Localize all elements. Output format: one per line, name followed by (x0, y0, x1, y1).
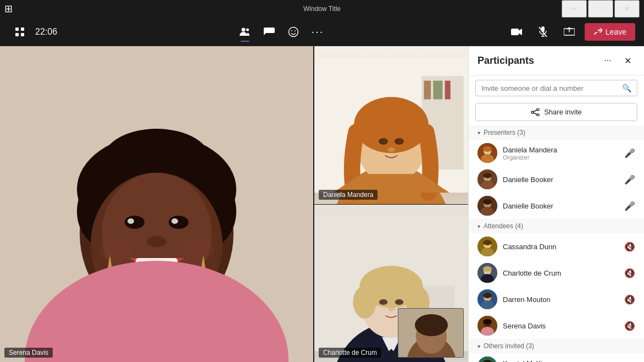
video-area: Serena Davis (0, 46, 468, 362)
share-screen-button[interactable] (558, 21, 580, 43)
mic-icon-serena: 🔇 (624, 321, 635, 331)
participant-name-danielle2: Danielle Booker (503, 202, 619, 210)
share-invite-button[interactable]: Share invite (475, 103, 637, 121)
svg-line-67 (534, 113, 537, 114)
svg-point-58 (388, 307, 395, 311)
avatar-cassandra (478, 237, 497, 256)
video-grid: Daniela Mandera (313, 46, 468, 362)
participant-item-darren[interactable]: Darren Mouton 🔇 (469, 286, 644, 312)
participant-name-serena: Serena Davis (503, 322, 619, 330)
attendees-section-header[interactable]: ▾ Attendees (4) (469, 219, 644, 233)
svg-point-25 (125, 216, 145, 229)
participant-item-cassandra[interactable]: Cassandra Dunn 🔇 (469, 233, 644, 260)
participant-name-danielle1: Danielle Booker (503, 175, 619, 184)
video-feed-small (398, 308, 464, 358)
mic-icon-danielle2: 🎤 (624, 201, 635, 211)
svg-point-62 (415, 314, 448, 336)
mute-button[interactable] (532, 21, 554, 43)
panel-close-button[interactable]: ✕ (620, 53, 635, 68)
participant-info-krystal: Krystal McKinney Accepted (503, 359, 635, 363)
more-options-button[interactable]: ··· (307, 21, 329, 43)
avatar-wrap-charlotte (478, 263, 497, 283)
call-timer: 22:06 (35, 27, 57, 37)
participant-info-cassandra: Cassandra Dunn (503, 243, 619, 251)
share-invite-label: Share invite (544, 108, 582, 116)
call-toolbar: 22:06 ··· (0, 18, 644, 46)
participant-item-krystal[interactable]: Krystal McKinney Accepted (469, 353, 644, 362)
avatar-danielle2 (478, 196, 497, 216)
svg-point-46 (395, 138, 404, 145)
panel-more-button[interactable]: ··· (600, 53, 615, 68)
others-label: Others invited (3) (484, 342, 534, 350)
svg-point-70 (483, 146, 492, 152)
participants-panel: Participants ··· ✕ 🔍 Share invite ▾ (468, 46, 644, 362)
avatar-wrap-cassandra (478, 237, 497, 256)
svg-point-57 (395, 299, 403, 305)
presenters-chevron: ▾ (478, 130, 480, 136)
svg-point-7 (291, 30, 292, 31)
search-icon: 🔍 (622, 84, 631, 92)
svg-point-47 (387, 147, 395, 152)
daniela-video-label: Daniela Mandera (319, 190, 377, 200)
minimize-button[interactable]: — (562, 0, 587, 18)
people-button[interactable] (234, 21, 256, 43)
svg-point-4 (241, 28, 245, 31)
participant-item-charlotte[interactable]: Charlotte de Crum 🔇 (469, 260, 644, 286)
maximize-button[interactable]: □ (588, 0, 613, 18)
svg-rect-0 (15, 28, 19, 31)
title-bar: ⊞ Window Title — □ ✕ (0, 0, 644, 18)
svg-rect-1 (21, 28, 24, 31)
participant-item-serena[interactable]: Serena Davis 🔇 (469, 312, 644, 339)
camera-button[interactable] (506, 21, 528, 43)
search-input[interactable] (481, 84, 618, 92)
svg-point-32 (181, 239, 214, 261)
participant-info-serena: Serena Davis (503, 322, 619, 330)
toolbar-right: Leave (506, 21, 635, 43)
reactions-button[interactable] (282, 21, 304, 43)
video-feed-charlotte: Charlotte de Crum (313, 205, 468, 363)
svg-point-74 (483, 173, 492, 178)
mic-icon-charlotte: 🔇 (624, 268, 635, 278)
svg-point-31 (99, 239, 132, 261)
svg-point-26 (169, 216, 188, 229)
avatar-wrap-krystal (478, 356, 497, 362)
serena-video-label: Serena Davis (4, 348, 53, 358)
participant-info-danielle2: Danielle Booker (503, 202, 619, 210)
chat-button[interactable] (258, 21, 280, 43)
svg-rect-9 (511, 29, 519, 35)
svg-point-45 (379, 138, 388, 145)
svg-point-65 (537, 114, 539, 116)
leave-label: Leave (606, 28, 626, 36)
svg-point-63 (531, 111, 534, 113)
avatar-wrap-daniela (478, 143, 497, 163)
panel-header: Participants ··· ✕ (469, 46, 644, 75)
charlotte-video-label: Charlotte de Crum (319, 348, 381, 358)
svg-point-54 (353, 286, 376, 318)
leave-button[interactable]: Leave (585, 23, 635, 41)
participants-list: ▾ Presenters (3) (469, 125, 644, 362)
others-section-header[interactable]: ▾ Others invited (3) (469, 339, 644, 353)
avatar-charlotte (478, 263, 497, 283)
presenters-section-header[interactable]: ▾ Presenters (3) (469, 125, 644, 140)
svg-point-28 (171, 218, 178, 224)
svg-point-5 (246, 28, 249, 31)
grid-view-button[interactable] (9, 21, 31, 43)
participant-item-danielle1[interactable]: Danielle Booker 🎤 (469, 166, 644, 193)
others-chevron: ▾ (478, 343, 480, 349)
presenters-label: Presenters (3) (484, 129, 525, 136)
close-button[interactable]: ✕ (614, 0, 640, 18)
mic-icon-danielle1: 🎤 (624, 174, 635, 185)
participant-item-danielle2[interactable]: Danielle Booker 🎤 (469, 193, 644, 219)
avatar-wrap-danielle2 (478, 196, 497, 216)
participant-name-krystal: Krystal McKinney (503, 359, 635, 363)
participant-item-daniela[interactable]: Daniela Mandera Organizer 🎤 (469, 140, 644, 166)
svg-rect-3 (21, 33, 24, 36)
title-bar-controls: — □ ✕ (562, 0, 640, 18)
video-feed-daniela: Daniela Mandera (313, 46, 468, 205)
search-bar: 🔍 (475, 80, 637, 96)
participant-info-darren: Darren Mouton (503, 295, 619, 304)
svg-rect-40 (445, 81, 451, 100)
avatar-darren (478, 289, 497, 309)
svg-rect-39 (433, 81, 442, 100)
participant-name-charlotte-attendee: Charlotte de Crum (503, 269, 619, 277)
